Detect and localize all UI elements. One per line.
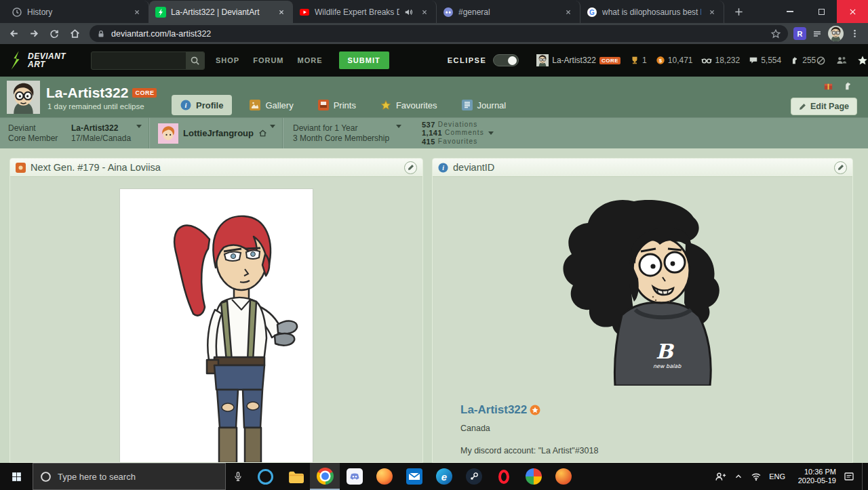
taskbar-app-photos[interactable] <box>519 463 549 490</box>
search-icon[interactable] <box>186 52 204 69</box>
home-icon <box>258 129 267 138</box>
lock-icon[interactable] <box>96 29 106 39</box>
tab-favourites[interactable]: Favourites <box>374 95 444 115</box>
taskbar-app-opera[interactable] <box>489 463 519 490</box>
window-controls <box>774 0 868 23</box>
llama-badge-icon[interactable] <box>843 81 853 91</box>
edit-widget-button[interactable] <box>404 161 417 174</box>
gift-icon[interactable] <box>823 81 833 91</box>
action-center-icon[interactable] <box>844 471 854 482</box>
nav-more[interactable]: MORE <box>298 56 323 64</box>
window-minimize-button[interactable] <box>774 0 806 23</box>
taskbar-app-firefox[interactable] <box>370 463 399 490</box>
taskbar-app-discord[interactable] <box>340 463 370 490</box>
edit-page-button[interactable]: Edit Page <box>791 98 857 115</box>
url-text[interactable]: deviantart.com/la-artist322 <box>111 29 765 39</box>
identity-dropdown-caret[interactable] <box>136 128 142 138</box>
taskbar-app-browser[interactable] <box>549 463 578 490</box>
extension-r-icon[interactable]: R <box>793 27 806 40</box>
taskbar-app-file-explorer[interactable] <box>280 463 310 490</box>
comments-stat[interactable]: 5,554 <box>749 56 781 65</box>
stats-username[interactable]: La-Artist322 <box>71 123 134 134</box>
tab-deviantart[interactable]: La-Artist322 | DeviantArt <box>149 1 293 23</box>
google-favicon: G <box>587 7 597 18</box>
network-icon[interactable] <box>751 471 762 482</box>
tenure-dropdown-caret[interactable] <box>396 128 401 138</box>
tab-close-icon[interactable] <box>418 6 430 18</box>
refresh-icon[interactable] <box>45 25 64 43</box>
bookmark-star-icon[interactable] <box>770 28 781 39</box>
tab-close-icon[interactable] <box>275 6 287 18</box>
deviantid-image[interactable]: B new balab <box>554 195 732 386</box>
tab-close-icon[interactable] <box>131 6 142 18</box>
forward-icon[interactable] <box>24 25 43 43</box>
points-stat[interactable]: $ 10,471 <box>656 56 693 65</box>
browser-menu-dots-icon[interactable] <box>845 25 864 43</box>
watch-star-icon[interactable] <box>857 55 868 66</box>
address-bar[interactable]: deviantart.com/la-artist322 <box>90 25 788 42</box>
tab-history[interactable]: History <box>5 1 149 23</box>
tab-profile[interactable]: i Profile <box>172 95 232 115</box>
site-search-input[interactable] <box>92 52 186 69</box>
people-icon[interactable] <box>715 471 726 483</box>
header-username[interactable]: La-Artist322 <box>552 56 596 65</box>
tab-audio-icon[interactable] <box>404 7 414 17</box>
taskbar-search-box[interactable]: Type here to search <box>33 463 226 490</box>
window-maximize-button[interactable] <box>806 0 837 23</box>
edit-widget-button[interactable] <box>834 161 847 174</box>
tab-youtube[interactable]: Wildlife Expert Breaks Dow <box>293 1 437 23</box>
group-dropdown-caret[interactable] <box>270 128 275 138</box>
friends-icon[interactable] <box>836 55 847 66</box>
nav-forum[interactable]: FORUM <box>253 56 283 64</box>
deviantid-widget: i deviantID B <box>432 158 853 463</box>
profile-avatar[interactable] <box>7 81 40 114</box>
language-indicator[interactable]: ENG <box>769 472 785 481</box>
taskbar-app-chrome[interactable] <box>310 463 340 490</box>
home-icon[interactable] <box>65 25 84 43</box>
taskbar-app-cortana[interactable] <box>250 463 280 490</box>
taskbar-app-steam[interactable] <box>459 463 489 490</box>
window-close-button[interactable] <box>837 0 868 23</box>
tab-prints[interactable]: Prints <box>311 95 363 115</box>
microphone-icon[interactable] <box>226 463 250 490</box>
tab-close-icon[interactable] <box>706 6 717 18</box>
user-avatar[interactable] <box>536 54 549 66</box>
pencil-icon <box>408 164 414 171</box>
group-name[interactable]: LottieJrfangroup <box>183 128 254 138</box>
eclipse-toggle[interactable] <box>493 54 519 66</box>
group-avatar[interactable] <box>158 123 178 144</box>
badges-stat[interactable]: 1 <box>630 56 647 65</box>
status-circle-icon[interactable] <box>816 56 826 66</box>
profile-username[interactable]: La-Artist322 <box>46 85 128 101</box>
tab-gallery[interactable]: Gallery <box>243 95 300 115</box>
tab-discord[interactable]: #general <box>437 1 580 23</box>
counts-dropdown-caret[interactable] <box>488 131 494 135</box>
back-icon[interactable] <box>4 25 23 43</box>
tab-close-icon[interactable] <box>562 6 574 18</box>
taskbar-clock[interactable]: 10:36 PM 2020-05-19 <box>793 468 836 485</box>
show-desktop-button[interactable] <box>862 463 865 490</box>
deviantid-username-link[interactable]: La-Artist322 <box>460 403 527 417</box>
deviantart-logo[interactable]: DEVIANT ART <box>8 51 83 70</box>
start-button[interactable] <box>0 463 33 490</box>
llama-stat[interactable]: 255 <box>790 56 816 65</box>
deviantid-discord-line: My discord account: "La Artist"#3018 <box>460 446 852 455</box>
new-tab-button[interactable] <box>728 1 749 22</box>
tab-journal[interactable]: Journal <box>455 95 513 115</box>
site-search-box[interactable] <box>91 52 205 70</box>
reading-list-icon[interactable] <box>808 25 827 43</box>
featured-deviation-title[interactable]: Next Gen. #179 - Aina Loviisa <box>31 162 399 173</box>
pageviews-stat[interactable]: 18,232 <box>701 55 740 66</box>
firefox-icon <box>376 468 393 485</box>
nav-shop[interactable]: SHOP <box>216 56 239 64</box>
header-user-chip[interactable]: La-Artist322 CORE <box>536 54 620 66</box>
featured-deviation-image[interactable] <box>120 189 313 463</box>
group-chip[interactable]: LottieJrfangroup <box>158 123 267 144</box>
tab-google-search[interactable]: G what is dilophosaurus best kn <box>580 1 724 23</box>
submit-button[interactable]: SUBMIT <box>339 52 389 69</box>
chevron-up-icon[interactable] <box>734 472 743 481</box>
taskbar-search-placeholder[interactable]: Type here to search <box>58 472 136 482</box>
browser-profile-avatar[interactable] <box>828 26 844 41</box>
taskbar-app-edge[interactable]: e <box>429 463 459 490</box>
taskbar-app-mail[interactable] <box>399 463 429 490</box>
